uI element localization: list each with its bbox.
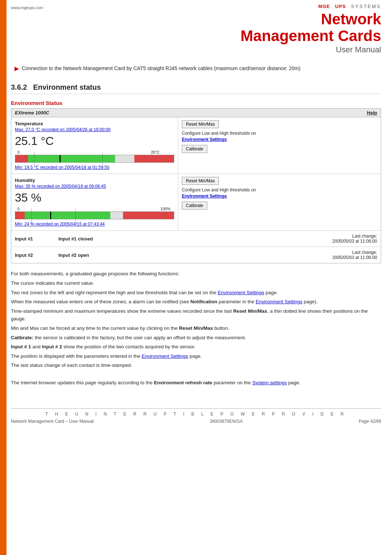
temperature-label: Temperature <box>15 121 174 126</box>
humidity-configure-text: Configure Low and High thresholds on Env… <box>182 187 256 199</box>
body-p10: The last status change of each contact i… <box>11 361 381 369</box>
body-p7: Calibrate: the sensor is calibrated in t… <box>11 334 381 342</box>
temp-red-right <box>134 155 174 162</box>
humidity-red-left <box>15 212 25 219</box>
gauge-scale-label: 0 20°C <box>15 150 174 154</box>
temperature-max: Max: 27.0 °C recorded on 2005/04/26 at 1… <box>15 127 174 132</box>
humidity-gauge: 0 100% <box>15 207 174 219</box>
input1-timestamp: Last change: 2005/05/03 at 11:06:00 <box>332 234 377 244</box>
input2-status: Input #2 open <box>58 252 332 258</box>
systems-text: SYSTEMS <box>351 4 381 9</box>
humidity-gauge-start: 0 <box>17 207 20 211</box>
input1-timestamp-value: 2005/05/03 at 11:06:00 <box>332 239 377 244</box>
temperature-right: Reset Min/Max Configure Low and High thr… <box>178 117 381 174</box>
title-line2: Management Cards <box>241 28 381 44</box>
site-url: www.mgeups.com <box>11 4 43 10</box>
status-header-row: EXtreme 1000C Help <box>11 109 381 117</box>
title-block: Network Management Cards User Manual <box>241 11 381 54</box>
humidity-configure-label: Configure Low and High thresholds on <box>182 187 256 193</box>
body-p5: Time-stamped minimum and maximum tempera… <box>11 307 381 323</box>
humidity-dotted-max <box>75 209 76 223</box>
input2-label: Input #2 <box>15 252 58 258</box>
temp-env-link[interactable]: Environment Settings <box>182 137 227 142</box>
humidity-scale-label: 0 100% <box>15 207 174 211</box>
mge-text: MGE <box>318 4 330 9</box>
body-p11: The Internet browser updates this page r… <box>11 379 381 387</box>
temperature-min: Min: 19.5 °C recorded on 2005/04/18 at 0… <box>15 165 174 170</box>
gauge-mid: 20°C <box>151 150 160 154</box>
mge-logo: MGE UPS SYSTEMS <box>241 4 381 9</box>
humidity-reset-btn[interactable]: Reset Min/Max <box>182 177 219 185</box>
humidity-left: Humidity Max: 35 % recorded on 2005/04/1… <box>11 174 178 230</box>
humidity-env-link[interactable]: Environment Settings <box>182 194 227 199</box>
humidity-label: Humidity <box>15 178 174 183</box>
body-p2: The cursor indicates the current value. <box>11 279 381 287</box>
bullet-arrow-icon: ▶ <box>15 65 19 72</box>
temp-configure-label: Configure Low and High thresholds on <box>182 131 256 136</box>
humidity-min: Min: 24 % recorded on 2005/04/15 at 07:4… <box>15 222 174 227</box>
humidity-cursor <box>50 212 51 219</box>
footer-right: Page 42/69 <box>359 419 381 424</box>
body-text: For both measurements, a graduated gauge… <box>11 270 381 386</box>
temp-configure-text: Configure Low and High thresholds on Env… <box>182 130 256 143</box>
input2-row: Input #2 Input #2 open Last change: 2005… <box>11 247 381 263</box>
temperature-gauge: 0 20°C <box>15 150 174 163</box>
device-name: EXtreme 1000C <box>15 110 49 116</box>
humidity-red-right <box>123 212 174 219</box>
humidity-row: Humidity Max: 35 % recorded on 2005/04/1… <box>11 174 381 231</box>
ups-text: UPS <box>335 4 346 9</box>
humidity-value: 35 % <box>15 191 174 204</box>
env-status-label: Environment Status <box>11 100 381 106</box>
body-env-link2[interactable]: Environment Settings <box>256 299 302 304</box>
footer-provider: T H E U N I N T E R R U P T I B L E P O … <box>11 408 381 417</box>
humidity-calibrate-btn[interactable]: Calibrate <box>182 202 207 210</box>
header-right: MGE UPS SYSTEMS Network Management Cards… <box>241 4 381 54</box>
body-p8: Input # 1 and Input # 2 show the positio… <box>11 343 381 351</box>
temperature-value: 25.1 °C <box>15 134 174 148</box>
body-p1: For both measurements, a graduated gauge… <box>11 270 381 278</box>
humidity-right: Reset Min/Max Configure Low and High thr… <box>178 174 381 230</box>
humidity-green <box>25 212 110 219</box>
humidity-gauge-mid: 100% <box>160 207 171 211</box>
humidity-gauge-bar <box>15 211 174 219</box>
title-line3: User Manual <box>241 45 381 54</box>
section-title: Environment status <box>33 83 101 91</box>
input2-timestamp-value: 2005/05/03 at 11:06:00 <box>332 255 377 260</box>
temperature-row: Temperature Max: 27.0 °C recorded on 200… <box>11 117 381 174</box>
left-bar <box>0 0 7 555</box>
input1-last-change-label: Last change: <box>352 234 377 239</box>
body-p3: Two red zones to the left and right repr… <box>11 289 381 297</box>
title-line1: Network <box>241 11 381 28</box>
input2-timestamp: Last change: 2005/05/03 at 11:06:00 <box>332 250 377 260</box>
body-system-link[interactable]: System settings <box>252 380 287 385</box>
section-heading: 3.6.2 Environment status <box>11 83 381 94</box>
input1-row: Input #1 Input #1 closed Last change: 20… <box>11 231 381 247</box>
page-header: www.mgeups.com MGE UPS SYSTEMS Network M… <box>11 4 381 58</box>
temp-green <box>28 155 115 162</box>
body-env-link3[interactable]: Environment Settings <box>142 353 188 359</box>
section-number: 3.6.2 <box>11 83 27 91</box>
input1-label: Input #1 <box>15 236 58 242</box>
footer-left: Network Management Card – User Manual <box>11 419 94 424</box>
humidity-max: Max: 35 % recorded on 2005/04/19 at 09:0… <box>15 184 174 189</box>
temp-dotted-max <box>102 152 103 167</box>
bullet-section: ▶ Connection to the Network Management C… <box>15 65 381 72</box>
footer-center: 34003676EN/GA <box>210 419 243 424</box>
body-p6: Min and Max can be forced at any time to… <box>11 324 381 332</box>
temperature-left: Temperature Max: 27.0 °C recorded on 200… <box>11 117 178 174</box>
temp-calibrate-btn[interactable]: Calibrate <box>182 145 207 153</box>
bullet-text: Connection to the Network Management Car… <box>22 65 301 72</box>
temp-red-left <box>15 155 28 162</box>
body-p4: When the measured value enters one of th… <box>11 298 381 306</box>
temp-dotted-min <box>34 152 34 167</box>
status-box: EXtreme 1000C Help Temperature Max: 27.0… <box>11 108 381 263</box>
footer-bottom: Network Management Card – User Manual 34… <box>11 419 381 428</box>
gauge-start: 0 <box>17 150 20 154</box>
temp-reset-btn[interactable]: Reset Min/Max <box>182 120 219 128</box>
input2-last-change-label: Last change: <box>352 250 377 255</box>
humidity-dotted-min <box>31 209 32 223</box>
body-env-link1[interactable]: Environment Settings <box>218 290 264 295</box>
temperature-gauge-bar <box>15 155 174 163</box>
help-link[interactable]: Help <box>367 110 377 116</box>
body-p9: The position is displayed with the param… <box>11 352 381 360</box>
